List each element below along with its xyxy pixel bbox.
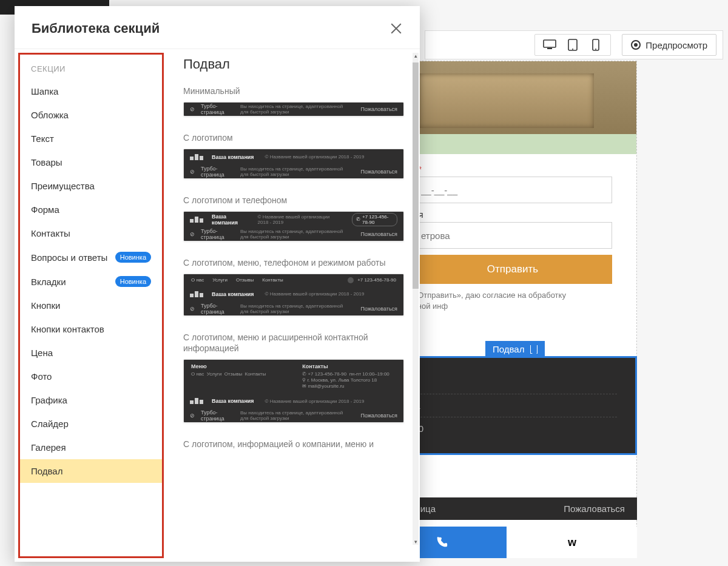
footer-menu: еню 1: [396, 394, 617, 417]
section-item-label: Вкладки: [31, 277, 66, 287]
svg-point-5: [595, 49, 596, 50]
selected-section-badge[interactable]: Подвал: [485, 341, 545, 357]
template-label: С логотипом: [183, 132, 404, 144]
footer-about: ании: [396, 371, 617, 394]
section-item-label: Фото: [31, 371, 52, 382]
eye-icon: [631, 40, 641, 50]
section-item-label: Контакты: [31, 228, 70, 238]
section-item-advantages[interactable]: Преимущества: [20, 174, 162, 198]
template-card-minimal[interactable]: ⊘ Турбо-страница Вы находитесь на страни…: [183, 102, 404, 116]
modal-header: Библиотека секций: [15, 6, 420, 49]
section-item-label: Текст: [31, 133, 54, 144]
section-item-label: Цена: [31, 348, 53, 358]
preview-label: Предпросмотр: [645, 40, 707, 50]
section-category-list: СЕКЦИИ ШапкаОбложкаТекстТоварыПреимущест…: [18, 53, 164, 558]
sections-library-modal: Библиотека секций СЕКЦИИ ШапкаОбложкаТек…: [15, 6, 420, 562]
template-label: С логотипом, меню и расширенной контактн…: [183, 332, 404, 355]
section-item-price[interactable]: Цена: [20, 341, 162, 365]
sections-heading: СЕКЦИИ: [20, 61, 162, 79]
svg-rect-1: [547, 48, 552, 49]
section-item-label: Кнопки контактов: [31, 324, 104, 334]
template-label: Минимальный: [183, 86, 404, 97]
template-card-logo-menu-phone-hours[interactable]: О нас Услуги Отзывы Контакты +7 123-456-…: [183, 274, 404, 316]
name-input[interactable]: [413, 222, 612, 249]
template-card-logo-menu-contacts[interactable]: Меню О нас Услуги Отзывы Контакты Контак…: [183, 359, 404, 423]
bookmark-icon: [530, 345, 538, 354]
tablet-icon[interactable]: [564, 36, 581, 53]
selected-section-label: Подвал: [493, 344, 524, 354]
section-item-label: Графика: [31, 395, 67, 405]
top-toolbar: Предпросмотр: [425, 30, 723, 59]
section-item-contacts[interactable]: Контакты: [20, 221, 162, 245]
section-item-form[interactable]: Форма: [20, 198, 162, 221]
desktop-icon[interactable]: [541, 36, 558, 53]
template-card-logo-phone[interactable]: Ваша компания © Название вашей организац…: [183, 211, 404, 241]
section-item-label: Товары: [31, 157, 62, 167]
template-label: С логотипом, информацией о компании, мен…: [183, 439, 404, 450]
complain-link[interactable]: Пожаловаться: [564, 504, 625, 514]
section-item-slider[interactable]: Слайдер: [20, 412, 162, 436]
section-item-photo[interactable]: Фото: [20, 365, 162, 388]
phone-label: н*: [413, 164, 612, 174]
preview-button[interactable]: Предпросмотр: [622, 34, 716, 56]
section-item-buttons[interactable]: Кнопки: [20, 294, 162, 317]
section-item-products[interactable]: Товары: [20, 150, 162, 174]
name-label: ия: [413, 209, 612, 220]
section-item-label: Галерея: [31, 442, 66, 453]
section-item-label: Шапка: [31, 86, 58, 96]
template-label: С логотипом и телефоном: [183, 195, 404, 206]
vk-icon-tile[interactable]: w: [507, 527, 637, 558]
svg-rect-0: [544, 40, 556, 47]
section-item-contact-buttons[interactable]: Кнопки контактов: [20, 317, 162, 341]
template-preview-panel: Подвал Минимальный ⊘ Турбо-страница Вы н…: [167, 49, 420, 562]
section-item-footer[interactable]: Подвал: [20, 459, 162, 483]
section-item-label: Вопросы и ответы: [31, 252, 107, 263]
section-item-cover[interactable]: Обложка: [20, 103, 162, 127]
section-item-gallery[interactable]: Галерея: [20, 436, 162, 459]
section-item-faq[interactable]: Вопросы и ответыНовинка: [20, 245, 162, 269]
template-card-logo[interactable]: Ваша компания © Название вашей организац…: [183, 149, 404, 179]
consent-text: «Отправить», даю согласие на обработку ь…: [413, 290, 612, 312]
logo-icon: [190, 154, 203, 160]
preview-scrollbar[interactable]: ▴ ▾: [413, 53, 419, 545]
device-switcher: [534, 34, 611, 56]
svg-point-3: [572, 49, 573, 50]
preview-title: Подвал: [183, 56, 404, 72]
section-item-header[interactable]: Шапка: [20, 79, 162, 103]
submit-button[interactable]: Отправить: [413, 255, 612, 284]
section-item-text[interactable]: Текст: [20, 127, 162, 150]
section-item-tabs[interactable]: ВкладкиНовинка: [20, 269, 162, 294]
section-item-label: Преимущества: [31, 181, 95, 191]
phone-icon[interactable]: [587, 36, 604, 53]
turbo-icon: ⊘: [190, 106, 195, 112]
section-item-label: Слайдер: [31, 419, 69, 429]
footer-year: у 2020: [396, 417, 617, 440]
section-item-label: Кнопки: [31, 300, 60, 311]
template-label: С логотипом, меню, телефоном и режимом р…: [183, 257, 404, 269]
new-badge: Новинка: [115, 276, 151, 287]
close-icon[interactable]: [389, 22, 403, 35]
section-item-label: Обложка: [31, 110, 69, 120]
section-item-label: Форма: [31, 204, 59, 215]
section-item-label: Подвал: [31, 466, 62, 476]
phone-input[interactable]: [413, 177, 612, 203]
section-item-graphics[interactable]: Графика: [20, 388, 162, 412]
modal-title: Библиотека секций: [32, 21, 160, 36]
new-badge: Новинка: [115, 252, 151, 263]
